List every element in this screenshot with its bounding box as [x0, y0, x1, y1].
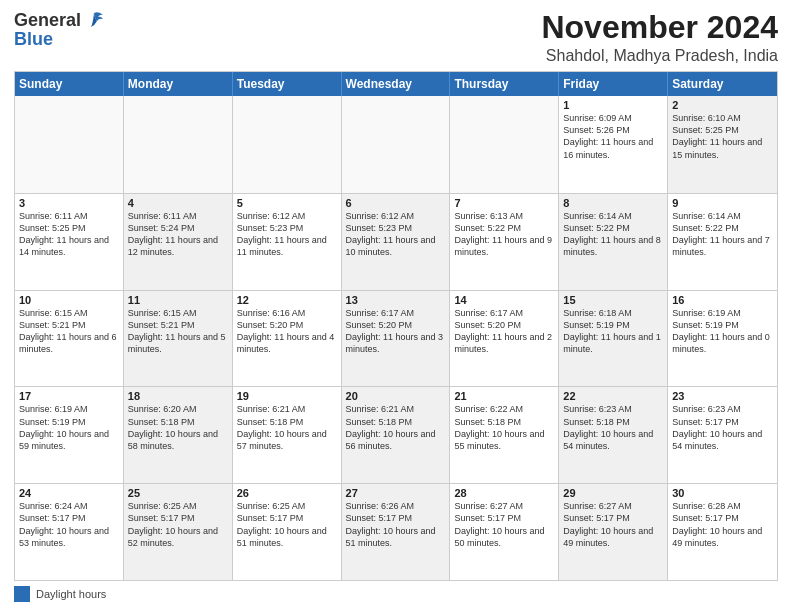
- calendar-cell: 17Sunrise: 6:19 AMSunset: 5:19 PMDayligh…: [15, 387, 124, 483]
- day-number: 5: [237, 197, 337, 209]
- page: General Blue November 2024 Shahdol, Madh…: [0, 0, 792, 612]
- header: General Blue November 2024 Shahdol, Madh…: [14, 10, 778, 65]
- day-info: Sunrise: 6:15 AMSunset: 5:21 PMDaylight:…: [19, 307, 119, 356]
- calendar-header-cell: Tuesday: [233, 72, 342, 96]
- legend-color-box: [14, 586, 30, 602]
- calendar-cell: [15, 96, 124, 193]
- calendar-cell: 6Sunrise: 6:12 AMSunset: 5:23 PMDaylight…: [342, 194, 451, 290]
- calendar-cell: 20Sunrise: 6:21 AMSunset: 5:18 PMDayligh…: [342, 387, 451, 483]
- day-number: 20: [346, 390, 446, 402]
- day-number: 8: [563, 197, 663, 209]
- day-number: 6: [346, 197, 446, 209]
- calendar-cell: 29Sunrise: 6:27 AMSunset: 5:17 PMDayligh…: [559, 484, 668, 580]
- day-info: Sunrise: 6:12 AMSunset: 5:23 PMDaylight:…: [346, 210, 446, 259]
- calendar-cell: 16Sunrise: 6:19 AMSunset: 5:19 PMDayligh…: [668, 291, 777, 387]
- calendar-cell: 10Sunrise: 6:15 AMSunset: 5:21 PMDayligh…: [15, 291, 124, 387]
- day-number: 2: [672, 99, 773, 111]
- calendar-week: 3Sunrise: 6:11 AMSunset: 5:25 PMDaylight…: [15, 193, 777, 290]
- day-info: Sunrise: 6:14 AMSunset: 5:22 PMDaylight:…: [563, 210, 663, 259]
- day-number: 15: [563, 294, 663, 306]
- title-block: November 2024 Shahdol, Madhya Pradesh, I…: [541, 10, 778, 65]
- calendar-cell: 27Sunrise: 6:26 AMSunset: 5:17 PMDayligh…: [342, 484, 451, 580]
- day-number: 16: [672, 294, 773, 306]
- day-number: 4: [128, 197, 228, 209]
- calendar-cell: 25Sunrise: 6:25 AMSunset: 5:17 PMDayligh…: [124, 484, 233, 580]
- day-info: Sunrise: 6:12 AMSunset: 5:23 PMDaylight:…: [237, 210, 337, 259]
- calendar-cell: 23Sunrise: 6:23 AMSunset: 5:17 PMDayligh…: [668, 387, 777, 483]
- calendar-cell: [450, 96, 559, 193]
- day-info: Sunrise: 6:16 AMSunset: 5:20 PMDaylight:…: [237, 307, 337, 356]
- day-number: 30: [672, 487, 773, 499]
- calendar-cell: 2Sunrise: 6:10 AMSunset: 5:25 PMDaylight…: [668, 96, 777, 193]
- day-number: 26: [237, 487, 337, 499]
- calendar-header-cell: Monday: [124, 72, 233, 96]
- calendar-cell: 21Sunrise: 6:22 AMSunset: 5:18 PMDayligh…: [450, 387, 559, 483]
- day-info: Sunrise: 6:26 AMSunset: 5:17 PMDaylight:…: [346, 500, 446, 549]
- day-info: Sunrise: 6:19 AMSunset: 5:19 PMDaylight:…: [672, 307, 773, 356]
- day-info: Sunrise: 6:22 AMSunset: 5:18 PMDaylight:…: [454, 403, 554, 452]
- calendar-cell: 11Sunrise: 6:15 AMSunset: 5:21 PMDayligh…: [124, 291, 233, 387]
- calendar-header-cell: Thursday: [450, 72, 559, 96]
- logo-blue-text: Blue: [14, 29, 105, 50]
- calendar-week: 17Sunrise: 6:19 AMSunset: 5:19 PMDayligh…: [15, 386, 777, 483]
- calendar-cell: 9Sunrise: 6:14 AMSunset: 5:22 PMDaylight…: [668, 194, 777, 290]
- calendar-cell: 3Sunrise: 6:11 AMSunset: 5:25 PMDaylight…: [15, 194, 124, 290]
- logo: General Blue: [14, 10, 105, 50]
- calendar-week: 24Sunrise: 6:24 AMSunset: 5:17 PMDayligh…: [15, 483, 777, 580]
- day-info: Sunrise: 6:23 AMSunset: 5:18 PMDaylight:…: [563, 403, 663, 452]
- day-info: Sunrise: 6:10 AMSunset: 5:25 PMDaylight:…: [672, 112, 773, 161]
- day-info: Sunrise: 6:21 AMSunset: 5:18 PMDaylight:…: [237, 403, 337, 452]
- calendar-week: 10Sunrise: 6:15 AMSunset: 5:21 PMDayligh…: [15, 290, 777, 387]
- day-number: 27: [346, 487, 446, 499]
- calendar-cell: 13Sunrise: 6:17 AMSunset: 5:20 PMDayligh…: [342, 291, 451, 387]
- calendar-cell: 24Sunrise: 6:24 AMSunset: 5:17 PMDayligh…: [15, 484, 124, 580]
- calendar-cell: 18Sunrise: 6:20 AMSunset: 5:18 PMDayligh…: [124, 387, 233, 483]
- calendar-cell: [342, 96, 451, 193]
- day-number: 13: [346, 294, 446, 306]
- day-info: Sunrise: 6:14 AMSunset: 5:22 PMDaylight:…: [672, 210, 773, 259]
- legend: Daylight hours: [14, 586, 778, 602]
- day-info: Sunrise: 6:23 AMSunset: 5:17 PMDaylight:…: [672, 403, 773, 452]
- day-number: 10: [19, 294, 119, 306]
- main-title: November 2024: [541, 10, 778, 45]
- legend-label: Daylight hours: [36, 588, 106, 600]
- logo-bird-icon: [83, 11, 105, 31]
- day-number: 14: [454, 294, 554, 306]
- day-number: 7: [454, 197, 554, 209]
- day-number: 19: [237, 390, 337, 402]
- calendar-cell: 30Sunrise: 6:28 AMSunset: 5:17 PMDayligh…: [668, 484, 777, 580]
- calendar-body: 1Sunrise: 6:09 AMSunset: 5:26 PMDaylight…: [15, 96, 777, 580]
- day-info: Sunrise: 6:19 AMSunset: 5:19 PMDaylight:…: [19, 403, 119, 452]
- day-info: Sunrise: 6:21 AMSunset: 5:18 PMDaylight:…: [346, 403, 446, 452]
- calendar-cell: 26Sunrise: 6:25 AMSunset: 5:17 PMDayligh…: [233, 484, 342, 580]
- day-info: Sunrise: 6:15 AMSunset: 5:21 PMDaylight:…: [128, 307, 228, 356]
- day-info: Sunrise: 6:18 AMSunset: 5:19 PMDaylight:…: [563, 307, 663, 356]
- day-number: 28: [454, 487, 554, 499]
- calendar-cell: 7Sunrise: 6:13 AMSunset: 5:22 PMDaylight…: [450, 194, 559, 290]
- day-info: Sunrise: 6:25 AMSunset: 5:17 PMDaylight:…: [237, 500, 337, 549]
- calendar-cell: 1Sunrise: 6:09 AMSunset: 5:26 PMDaylight…: [559, 96, 668, 193]
- day-info: Sunrise: 6:11 AMSunset: 5:25 PMDaylight:…: [19, 210, 119, 259]
- calendar-cell: 12Sunrise: 6:16 AMSunset: 5:20 PMDayligh…: [233, 291, 342, 387]
- day-number: 22: [563, 390, 663, 402]
- day-info: Sunrise: 6:09 AMSunset: 5:26 PMDaylight:…: [563, 112, 663, 161]
- day-number: 21: [454, 390, 554, 402]
- day-number: 25: [128, 487, 228, 499]
- day-info: Sunrise: 6:17 AMSunset: 5:20 PMDaylight:…: [346, 307, 446, 356]
- calendar-cell: 28Sunrise: 6:27 AMSunset: 5:17 PMDayligh…: [450, 484, 559, 580]
- day-number: 11: [128, 294, 228, 306]
- day-info: Sunrise: 6:25 AMSunset: 5:17 PMDaylight:…: [128, 500, 228, 549]
- calendar-cell: 15Sunrise: 6:18 AMSunset: 5:19 PMDayligh…: [559, 291, 668, 387]
- calendar-cell: 14Sunrise: 6:17 AMSunset: 5:20 PMDayligh…: [450, 291, 559, 387]
- calendar: SundayMondayTuesdayWednesdayThursdayFrid…: [14, 71, 778, 581]
- calendar-cell: 5Sunrise: 6:12 AMSunset: 5:23 PMDaylight…: [233, 194, 342, 290]
- day-number: 1: [563, 99, 663, 111]
- calendar-header-cell: Sunday: [15, 72, 124, 96]
- day-info: Sunrise: 6:11 AMSunset: 5:24 PMDaylight:…: [128, 210, 228, 259]
- day-number: 29: [563, 487, 663, 499]
- calendar-cell: [233, 96, 342, 193]
- calendar-header-cell: Friday: [559, 72, 668, 96]
- calendar-cell: 8Sunrise: 6:14 AMSunset: 5:22 PMDaylight…: [559, 194, 668, 290]
- calendar-header-cell: Saturday: [668, 72, 777, 96]
- day-info: Sunrise: 6:27 AMSunset: 5:17 PMDaylight:…: [563, 500, 663, 549]
